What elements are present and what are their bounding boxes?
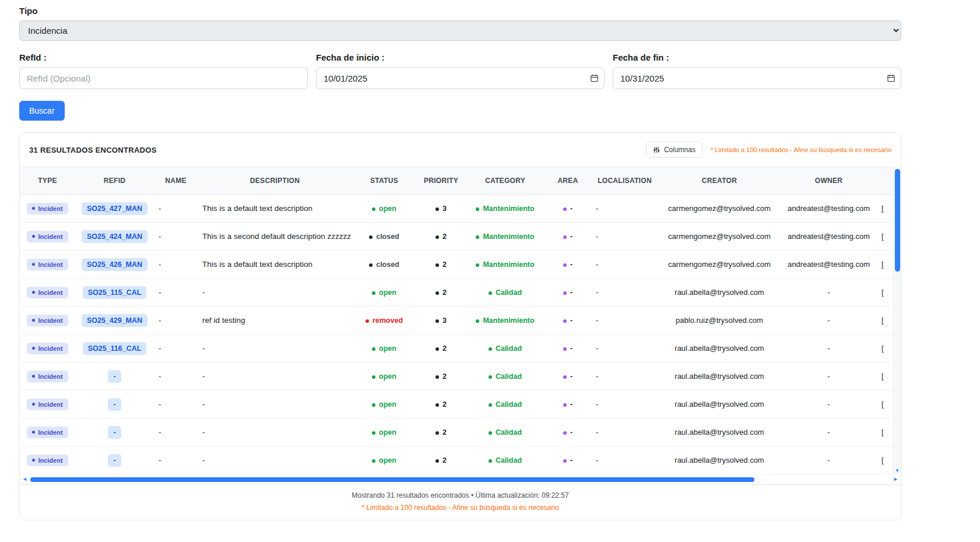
results-table: TYPEREFIDNAMEDESCRIPTIONSTATUSPRIORITYCA…: [20, 167, 901, 474]
type-dot-icon: [32, 291, 35, 294]
column-header: CATEGORY: [466, 167, 545, 195]
scroll-left-icon[interactable]: ◄: [22, 477, 27, 482]
column-header: NAME: [154, 167, 198, 195]
type-label: Incident: [38, 261, 62, 268]
columnas-button[interactable]: Columnas: [646, 142, 702, 158]
category-dot-icon: [489, 347, 492, 351]
refid-link[interactable]: SO25_429_MAN: [82, 314, 147, 327]
description-cell: -: [198, 390, 352, 418]
type-label: Incident: [38, 401, 62, 408]
owner-cell: -: [781, 362, 877, 390]
area-dot-icon: [563, 431, 567, 435]
status-dot-icon: [372, 459, 375, 463]
fecha-fin-input[interactable]: [613, 67, 901, 89]
type-badge: Incident: [27, 203, 68, 214]
type-badge: Incident: [27, 231, 68, 242]
fecha-inicio-input[interactable]: [316, 67, 605, 89]
refid-link[interactable]: -: [108, 370, 121, 383]
sliders-icon: [653, 146, 660, 153]
calendar-icon[interactable]: [887, 74, 895, 83]
fecha-inicio-label: Fecha de inicio :: [316, 52, 605, 62]
scroll-down-icon[interactable]: ▼: [894, 467, 901, 474]
refid-link[interactable]: SO25_116_CAL: [83, 342, 147, 355]
description-cell: -: [198, 418, 352, 446]
category-dot-icon: [489, 291, 492, 295]
category-text: Calidad: [496, 400, 522, 409]
type-badge: Incident: [27, 399, 68, 410]
table-area: TYPEREFIDNAMEDESCRIPTIONSTATUSPRIORITYCA…: [20, 167, 901, 474]
localisation-cell: -: [591, 251, 658, 279]
creator-cell: raul.abella@trysolved.com: [658, 335, 781, 362]
results-header: 31 RESULTADOS ENCONTRADOS Columnas * Lim…: [20, 133, 901, 167]
type-label: Incident: [38, 317, 62, 324]
table-row: IncidentSO25_429_MAN-ref id testingremov…: [20, 307, 901, 335]
owner-cell: andreatest@testing.com: [781, 251, 877, 279]
priority-dot-icon: [435, 459, 439, 463]
table-row: Incident---open2Calidad--raul.abella@try…: [20, 418, 901, 446]
buscar-button[interactable]: Buscar: [19, 101, 65, 121]
priority-dot-icon: [435, 207, 439, 211]
category-dot-icon: [489, 403, 492, 407]
column-header: REFID: [75, 167, 154, 195]
owner-cell: -: [781, 307, 877, 335]
type-badge: Incident: [27, 371, 68, 382]
column-header: PRIORITY: [416, 167, 466, 195]
refid-link[interactable]: -: [108, 454, 121, 467]
refid-input[interactable]: [19, 67, 308, 89]
area-dot-icon: [563, 319, 567, 323]
priority-text: 2: [442, 233, 447, 241]
status-text: closed: [376, 233, 399, 241]
creator-cell: raul.abella@trysolved.com: [658, 418, 781, 446]
status-text: removed: [373, 316, 403, 325]
horizontal-scrollbar-thumb[interactable]: [30, 477, 754, 482]
name-cell: -: [154, 195, 198, 223]
column-header: TYPE: [20, 167, 75, 195]
category-dot-icon: [476, 207, 479, 211]
creator-cell: carmengomez@trysolved.com: [658, 251, 781, 279]
priority-dot-icon: [435, 403, 439, 407]
name-cell: -: [154, 251, 198, 279]
type-dot-icon: [32, 403, 35, 406]
vertical-scrollbar[interactable]: ▼: [893, 167, 901, 474]
name-cell: -: [154, 446, 198, 474]
owner-cell: -: [781, 446, 877, 474]
horizontal-scrollbar-track[interactable]: [29, 477, 891, 483]
calendar-icon[interactable]: [590, 74, 599, 83]
refid-link[interactable]: -: [108, 398, 121, 411]
column-header: DESCRIPTION: [198, 167, 352, 195]
description-cell: -: [198, 446, 352, 474]
status-text: open: [379, 344, 396, 353]
tipo-select[interactable]: Incidencia: [19, 20, 901, 41]
name-cell: -: [154, 223, 198, 251]
refid-link[interactable]: SO25_426_MAN: [82, 258, 147, 271]
priority-dot-icon: [435, 347, 439, 351]
type-label: Incident: [38, 429, 62, 436]
status-dot-icon: [372, 403, 375, 407]
fecha-fin-label: Fecha de fin :: [613, 52, 901, 62]
refid-link[interactable]: SO25_424_MAN: [82, 230, 147, 243]
scroll-right-icon[interactable]: ►: [893, 477, 898, 482]
refid-field: RefId :: [19, 52, 308, 89]
type-label: Incident: [38, 233, 62, 240]
status-dot-icon: [369, 235, 373, 239]
page: Tipo Incidencia RefId : Fecha de inicio …: [19, 0, 901, 520]
refid-link[interactable]: -: [108, 426, 121, 439]
column-header: OWNER: [781, 167, 877, 195]
area-dot-icon: [563, 207, 567, 211]
status-text: open: [379, 456, 396, 464]
category-dot-icon: [476, 263, 479, 267]
refid-link[interactable]: SO25_427_MAN: [82, 202, 147, 215]
area-text: -: [570, 205, 572, 213]
refid-label: RefId :: [19, 52, 308, 62]
vertical-scrollbar-thumb[interactable]: [895, 169, 900, 272]
refid-link[interactable]: SO25_115_CAL: [83, 286, 147, 299]
owner-cell: -: [781, 335, 877, 362]
type-dot-icon: [32, 375, 35, 378]
area-text: -: [570, 233, 572, 241]
horizontal-scrollbar[interactable]: ◄ ►: [20, 474, 901, 484]
status-dot-icon: [372, 347, 375, 351]
area-dot-icon: [563, 459, 567, 463]
table-row: IncidentSO25_427_MAN-This is a default t…: [20, 195, 901, 223]
status-dot-icon: [366, 319, 369, 323]
limit-warning: * Limitado a 100 resultados - Afine su b…: [20, 504, 901, 512]
